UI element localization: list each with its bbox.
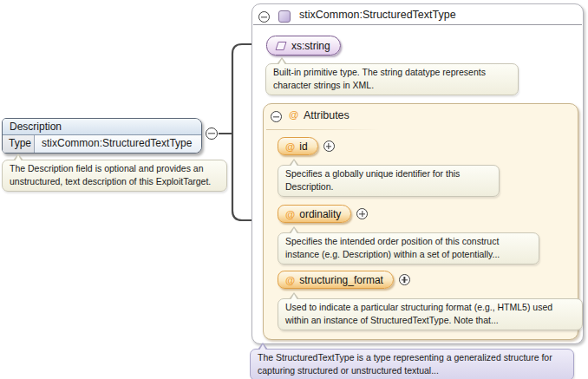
attribute-note-id: Specifies a globally unique identifier f… [278, 165, 500, 197]
attribute-label-id: id [299, 140, 307, 153]
simple-type-icon [275, 42, 286, 50]
attribute-note-structuring-format: Used to indicate a particular structurin… [278, 298, 583, 330]
attributes-title: Attributes [304, 109, 350, 121]
attribute-badge-ordinality[interactable]: @ ordinality [278, 205, 351, 223]
attribute-at-icon: @ [289, 109, 298, 120]
element-title: Description [3, 119, 201, 135]
xml-schema-diagram: Description Type stixCommon:StructuredTe… [0, 0, 588, 379]
type-value: stixCommon:StructuredTextType [35, 135, 192, 153]
collapse-attributes-icon[interactable] [271, 111, 282, 122]
collapse-element-icon[interactable] [206, 127, 218, 140]
attribute-badge-id[interactable]: @ id [278, 137, 318, 155]
base-type-label: xs:string [291, 40, 330, 52]
element-box[interactable]: Description Type stixCommon:StructuredTe… [2, 118, 202, 154]
element-type-row: Type stixCommon:StructuredTextType [3, 135, 201, 153]
expand-attribute-icon[interactable] [399, 274, 410, 285]
type-label: Type [3, 135, 35, 153]
attribute-label-structuring-format: structuring_format [299, 274, 383, 286]
attribute-label-ordinality: ordinality [299, 208, 341, 220]
complex-type-icon [278, 10, 291, 23]
attributes-separator [266, 129, 379, 130]
attribute-note-ordinality: Specifies the intended order position of… [278, 232, 539, 265]
expand-attribute-icon[interactable] [356, 208, 368, 219]
base-type-badge[interactable]: xs:string [266, 36, 341, 56]
expand-attribute-icon[interactable] [323, 140, 335, 152]
collapse-type-icon[interactable] [258, 11, 270, 23]
type-panel: stixCommon:StructuredTextType xs:string … [252, 3, 584, 344]
attribute-at-icon: @ [285, 275, 295, 285]
attributes-panel: @ Attributes @ id Specifies a globally u… [263, 103, 578, 340]
type-panel-title: stixCommon:StructuredTextType [299, 9, 456, 21]
header-separator [253, 24, 582, 25]
element-note: The Description field is optional and pr… [2, 160, 227, 192]
base-type-note: Built-in primitive type. The string data… [265, 63, 519, 95]
attribute-at-icon: @ [285, 209, 295, 219]
attribute-at-icon: @ [285, 141, 295, 152]
attribute-badge-structuring-format[interactable]: @ structuring_format [278, 271, 394, 289]
type-note: The StructuredTextType is a type represe… [250, 349, 574, 379]
